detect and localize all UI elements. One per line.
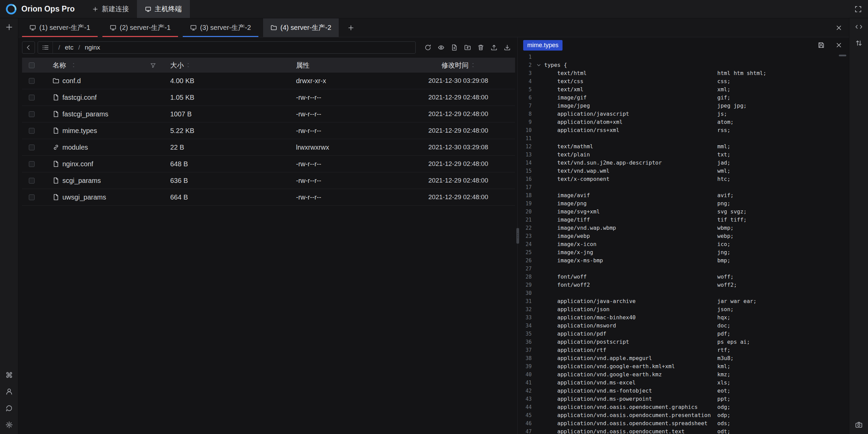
row-checkbox[interactable]	[29, 111, 35, 117]
file-row[interactable]: fastcgi.conf1.05 KB-rw-r--r--2021-12-29 …	[22, 89, 515, 106]
line-number: 42	[519, 387, 533, 395]
download-button[interactable]	[500, 41, 514, 54]
file-icon	[53, 127, 59, 134]
select-all-checkbox[interactable]	[29, 62, 35, 68]
column-header-label: 大小	[170, 61, 184, 70]
fold-gutter	[533, 208, 544, 216]
filter-icon[interactable]	[150, 62, 156, 68]
line-number: 22	[519, 224, 533, 232]
file-size: 664 B	[161, 193, 284, 201]
file-row[interactable]: fastcgi_params1007 B-rw-r--r--2021-12-29…	[22, 106, 515, 122]
file-mtime: 2021-12-29 02:48:00	[401, 193, 515, 201]
code-text: image/x-icon ico;	[544, 240, 730, 248]
file-name[interactable]: fastcgi.conf	[62, 94, 97, 101]
file-name[interactable]: scgi_params	[62, 177, 101, 185]
session-tab[interactable]: (1) server-生产-1	[22, 18, 98, 37]
sort-icon[interactable]	[72, 62, 76, 68]
close-all-tabs-button[interactable]	[835, 18, 842, 37]
code-line: 28 font/woff woff;	[519, 273, 849, 281]
settings-icon[interactable]	[5, 421, 13, 429]
screenshot-icon[interactable]	[855, 421, 863, 429]
file-name[interactable]: conf.d	[62, 77, 81, 85]
breadcrumb-separator: /	[58, 44, 60, 51]
new-folder-button[interactable]	[461, 41, 474, 54]
tab-label: (4) server-生产-2	[280, 23, 331, 32]
directory-list-button[interactable]	[38, 42, 53, 53]
row-checkbox[interactable]	[29, 178, 35, 184]
row-checkbox[interactable]	[29, 194, 35, 200]
sort-icon[interactable]	[186, 62, 190, 68]
new-file-icon	[451, 44, 458, 51]
fold-gutter	[533, 330, 544, 338]
session-tab[interactable]: (4) server-生产-2	[263, 18, 339, 37]
row-checkbox[interactable]	[29, 145, 35, 150]
fold-gutter	[533, 265, 544, 273]
topbar-menu-item[interactable]: 新建连接	[84, 0, 137, 18]
file-name[interactable]: uwsgi_params	[62, 193, 106, 201]
code-text: image/x-ms-bmp bmp;	[544, 257, 730, 265]
eye-button[interactable]	[434, 41, 448, 54]
fullscreen-icon[interactable]	[854, 5, 862, 13]
code-line: 46 application/vnd.oasis.opendocument.sp…	[519, 419, 849, 428]
code-text: application/vnd.oasis.opendocument.sprea…	[544, 419, 730, 428]
code-line: 18 image/avif avif;	[519, 191, 849, 200]
panel-split-divider[interactable]: ⋮	[516, 37, 519, 434]
code-text: application/mac-binhex40 hqx;	[544, 314, 730, 322]
row-checkbox[interactable]	[29, 95, 35, 100]
file-name[interactable]: mime.types	[62, 127, 97, 135]
editor-file-tab[interactable]: mime.types	[523, 40, 563, 51]
session-tab[interactable]: (2) server-生产-1	[102, 18, 178, 37]
session-tab[interactable]: (3) server-生产-2	[183, 18, 258, 37]
swap-vertical-icon[interactable]	[855, 39, 863, 47]
delete-icon	[477, 44, 484, 51]
file-attr: -rw-r--r--	[284, 160, 401, 168]
link-icon	[53, 144, 59, 151]
code-editor[interactable]: 12types {3 text/html html htm shtml;4 te…	[519, 53, 849, 434]
breadcrumb-segment[interactable]: etc	[65, 44, 73, 51]
command-icon[interactable]	[5, 371, 13, 379]
row-checkbox[interactable]	[29, 128, 35, 134]
sort-icon[interactable]	[471, 62, 475, 68]
file-row[interactable]: modules22 Blrwxrwxrwx2021-12-30 03:29:08	[22, 139, 515, 156]
line-number: 17	[519, 183, 533, 191]
file-row[interactable]: nginx.conf648 B-rw-r--r--2021-12-29 02:4…	[22, 156, 515, 172]
file-row[interactable]: uwsgi_params664 B-rw-r--r--2021-12-29 02…	[22, 189, 515, 206]
file-row[interactable]: scgi_params636 B-rw-r--r--2021-12-29 02:…	[22, 172, 515, 189]
left-rail-bottom	[5, 371, 13, 429]
fold-gutter	[533, 371, 544, 379]
row-checkbox[interactable]	[29, 78, 35, 84]
back-button[interactable]	[22, 41, 35, 54]
file-name[interactable]: nginx.conf	[62, 160, 93, 168]
file-row[interactable]: conf.d4.00 KBdrwxr-xr-x2021-12-30 03:29:…	[22, 73, 515, 89]
plus-icon[interactable]	[5, 23, 13, 31]
code-line: 19 image/png png;	[519, 200, 849, 208]
file-table: 名称大小属性修改时间 conf.d4.00 KBdrwxr-xr-x2021-1…	[22, 58, 515, 206]
close-button[interactable]	[835, 42, 842, 49]
file-name[interactable]: modules	[62, 144, 88, 151]
line-number: 3	[519, 69, 533, 77]
fold-icon[interactable]	[533, 61, 544, 69]
refresh-button[interactable]	[421, 41, 434, 54]
sync-icon[interactable]	[5, 404, 13, 412]
code-icon[interactable]	[855, 23, 863, 31]
scrollbar-thumb[interactable]	[839, 55, 846, 56]
file-row[interactable]: mime.types5.22 KB-rw-r--r--2021-12-29 02…	[22, 122, 515, 139]
file-name[interactable]: fastcgi_params	[62, 110, 108, 118]
file-icon	[53, 194, 59, 201]
line-number: 40	[519, 371, 533, 379]
code-line: 15 text/vnd.wap.wml wml;	[519, 167, 849, 175]
delete-button[interactable]	[474, 41, 487, 54]
add-tab-button[interactable]	[343, 18, 358, 37]
code-text: application/vnd.google-earth.kml+xml kml…	[544, 362, 730, 371]
save-button[interactable]	[818, 42, 825, 49]
tab-status-underline	[102, 36, 178, 37]
breadcrumb-segment[interactable]: nginx	[85, 44, 100, 51]
topbar-menu-item[interactable]: 主机终端	[137, 0, 190, 18]
upload-button[interactable]	[487, 41, 500, 54]
line-number: 6	[519, 94, 533, 102]
row-checkbox[interactable]	[29, 161, 35, 167]
new-file-button[interactable]	[448, 41, 461, 54]
code-line: 30	[519, 289, 849, 297]
line-number: 13	[519, 151, 533, 159]
user-icon[interactable]	[5, 388, 13, 395]
